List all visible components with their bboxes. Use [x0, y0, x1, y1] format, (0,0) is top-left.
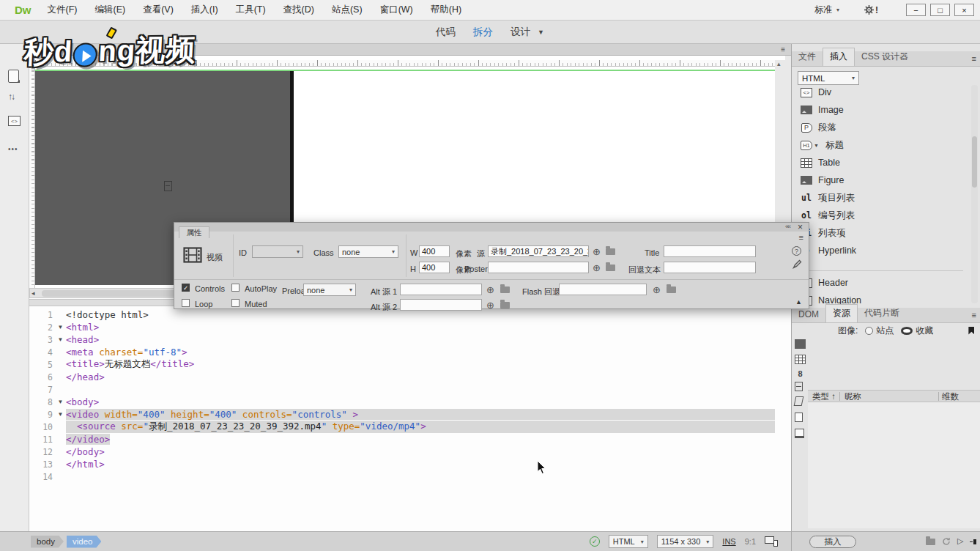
tab-design[interactable]: 设计: [511, 26, 530, 39]
panel-menu-icon[interactable]: ≡: [799, 233, 803, 242]
loop-checkbox[interactable]: [182, 299, 190, 307]
tab-插入[interactable]: 插入: [823, 48, 855, 66]
close-button[interactable]: ×: [954, 4, 974, 16]
edit-asset-icon[interactable]: ▷: [957, 536, 963, 546]
properties-titlebar[interactable]: [174, 223, 809, 232]
menu-item-查找D[interactable]: 查找(D): [283, 4, 314, 16]
flash-fallback-input[interactable]: [559, 284, 647, 295]
workspace-switcher[interactable]: 标准 ▾: [814, 4, 839, 16]
tag-selector-body[interactable]: body: [31, 536, 64, 548]
bookmark-icon[interactable]: [968, 327, 974, 335]
controls-checkbox[interactable]: ✓: [182, 284, 190, 292]
point-to-file-icon[interactable]: ⊕: [593, 263, 601, 273]
insert-list-scrollbar[interactable]: [971, 85, 978, 303]
scrollbar-thumb[interactable]: [972, 136, 977, 188]
column-header-昵称[interactable]: 昵称: [844, 391, 861, 402]
maximize-button[interactable]: □: [930, 4, 950, 16]
height-input[interactable]: 400: [419, 262, 450, 273]
collapse-panel-icon[interactable]: ««: [785, 223, 790, 230]
alt-source-1-input[interactable]: [400, 284, 482, 295]
insert-item-列表项[interactable]: li列表项: [792, 224, 970, 242]
folder-icon[interactable]: [606, 248, 615, 255]
code-line-8[interactable]: 8▼<body>: [29, 396, 791, 408]
menu-item-帮助H[interactable]: 帮助(H): [431, 4, 461, 16]
menu-item-工具T[interactable]: 工具(T): [236, 4, 266, 16]
insert-item-Image[interactable]: Image: [792, 101, 970, 119]
settings-button[interactable]: !: [864, 5, 878, 15]
code-line-3[interactable]: 3▼<head>: [29, 333, 791, 346]
menu-item-文件F[interactable]: 文件(F): [48, 4, 78, 16]
code-line-11[interactable]: 11</video>: [29, 433, 791, 445]
preload-dropdown[interactable]: none▾: [303, 284, 356, 296]
insert-asset-button[interactable]: 插入: [809, 536, 856, 548]
folder-icon[interactable]: [500, 302, 510, 308]
images-icon[interactable]: [795, 339, 806, 349]
fallback-text-input[interactable]: [664, 262, 756, 273]
column-header-类型[interactable]: 类型 ↑: [812, 391, 836, 402]
fold-toggle-icon[interactable]: ▼: [55, 336, 66, 343]
menu-item-编辑E[interactable]: 编辑(E): [94, 4, 125, 16]
close-icon[interactable]: ×: [798, 222, 803, 232]
doctype-dropdown[interactable]: HTML ▾: [609, 535, 648, 548]
window-size-dropdown[interactable]: 1154 x 330 ▾: [657, 535, 714, 548]
tab-DOM[interactable]: DOM: [792, 307, 825, 322]
more-options-icon[interactable]: •••: [8, 145, 18, 153]
minimize-button[interactable]: −: [906, 4, 926, 16]
hamburger-icon[interactable]: ≡: [781, 45, 785, 53]
tag-selector-video[interactable]: video: [67, 536, 102, 548]
alt-source-2-input[interactable]: [400, 299, 482, 311]
menu-item-查看V[interactable]: 查看(V): [143, 4, 174, 16]
scroll-left-icon[interactable]: ◂: [31, 289, 35, 297]
new-file-icon[interactable]: [8, 70, 19, 83]
insert-item-项目列表[interactable]: ul项目列表: [792, 189, 970, 207]
fold-toggle-icon[interactable]: ▼: [55, 324, 66, 330]
sort-arrows-icon[interactable]: ↑↓: [8, 92, 14, 102]
muted-checkbox[interactable]: [231, 299, 240, 307]
folder-icon[interactable]: [667, 286, 676, 293]
code-line-5[interactable]: 5<title>无标题文档</title>: [29, 358, 791, 371]
radio-站点[interactable]: [865, 327, 873, 335]
table-icon[interactable]: [795, 355, 806, 364]
point-to-file-icon[interactable]: ⊕: [486, 300, 494, 310]
menu-item-插入I[interactable]: 插入(I): [191, 4, 218, 16]
autoplay-checkbox[interactable]: [231, 284, 240, 292]
device-preview-icon[interactable]: [765, 536, 778, 547]
code-line-9[interactable]: 9▼<video width="400" height="400" contro…: [29, 408, 791, 421]
insert-item-Div[interactable]: <>Div: [792, 84, 970, 101]
menu-item-站点S[interactable]: 站点(S): [332, 4, 363, 16]
templates-icon[interactable]: [795, 413, 803, 422]
tab-code[interactable]: 代码: [436, 26, 456, 39]
expand-panel-icon[interactable]: ▲: [795, 298, 802, 306]
scripts-icon[interactable]: [794, 396, 804, 406]
insert-item-Figure[interactable]: Figure: [792, 171, 970, 189]
tab-CSS 设计器[interactable]: CSS 设计器: [855, 48, 915, 66]
tab-代码片断[interactable]: 代码片断: [858, 305, 906, 322]
folder-icon[interactable]: [926, 539, 935, 545]
links-icon[interactable]: 8: [795, 369, 806, 378]
properties-tab[interactable]: 属性: [179, 226, 209, 238]
radio-收藏[interactable]: [901, 327, 913, 335]
code-line-14[interactable]: 14: [29, 470, 791, 483]
fold-toggle-icon[interactable]: ▼: [55, 411, 66, 418]
code-line-10[interactable]: 10 <source src="录制_2018_07_23_23_20_39_3…: [29, 421, 791, 433]
code-line-4[interactable]: 4<meta charset="utf-8">: [29, 346, 791, 358]
folder-icon[interactable]: [606, 265, 615, 271]
class-dropdown[interactable]: none▾: [338, 245, 398, 258]
code-line-2[interactable]: 2▼<html>: [29, 321, 791, 333]
insert-item-标题[interactable]: H1▼标题: [792, 136, 970, 154]
code-view-icon[interactable]: <>: [8, 116, 21, 126]
help-icon[interactable]: ?: [792, 246, 801, 256]
insert-item-Header[interactable]: Header: [792, 274, 970, 292]
tab-split[interactable]: 拆分: [473, 26, 493, 39]
column-header-维数[interactable]: 维数: [942, 391, 959, 402]
tab-资源[interactable]: 资源: [825, 304, 858, 322]
library-icon[interactable]: [795, 429, 804, 438]
id-dropdown[interactable]: ▾: [252, 245, 303, 258]
fold-toggle-icon[interactable]: ▼: [55, 399, 66, 405]
code-line-12[interactable]: 12</body>: [29, 445, 791, 458]
tab-文件[interactable]: 文件: [792, 48, 823, 66]
movies-icon[interactable]: [795, 382, 803, 391]
poster-input[interactable]: [488, 262, 589, 273]
refresh-icon[interactable]: [942, 537, 951, 546]
insert-mode-indicator[interactable]: INS: [722, 537, 735, 546]
